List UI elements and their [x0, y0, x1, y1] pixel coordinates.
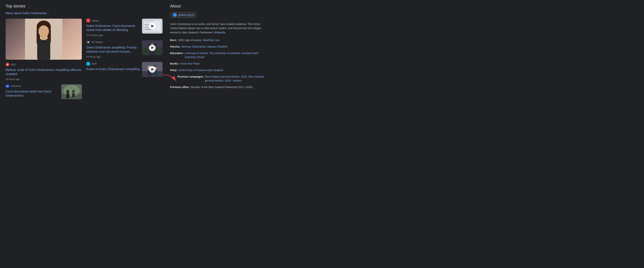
source-name-newshub: Newshub	[11, 85, 21, 88]
nzherald-story-time: 23 hours ago	[86, 55, 140, 58]
website-chip[interactable]: 🌐 greens.org.nz	[170, 11, 197, 18]
source-name-rnz: RNZ	[11, 63, 16, 66]
oxford-link[interactable]: University of Oxford	[184, 52, 208, 55]
feature-story: R RNZ Method, scale of Golriz Ghahraman'…	[6, 19, 82, 81]
stuff-thumbnail	[142, 62, 162, 77]
campaigns-label: Previous campaigns:	[178, 75, 204, 79]
nzherald-play-button[interactable]	[149, 44, 156, 51]
play-triangle-icon-2	[151, 46, 154, 49]
onenews-story-title[interactable]: Golriz Ghahraman: Court documents reveal…	[86, 24, 140, 32]
onenews-play-button[interactable]	[149, 23, 156, 29]
party-label: Party:	[170, 68, 178, 72]
top-stories-title: Top stories	[6, 4, 26, 8]
feature-story-info: R RNZ Method, scale of Golriz Ghahraman'…	[6, 62, 82, 81]
svg-rect-6	[37, 39, 50, 60]
news-about-label: News about Golriz Ghahraman	[6, 11, 47, 15]
office-label: Previous office:	[170, 85, 190, 89]
source-badge-newshub: hub Newshub	[6, 84, 59, 88]
wikipedia-link[interactable]: Wikipedia	[214, 31, 225, 34]
party-link[interactable]: Green Party of Aotearoa New Zealand	[178, 69, 223, 72]
info-row-education: Education: University of Oxford, The Uni…	[170, 51, 267, 59]
svg-rect-7	[42, 36, 46, 40]
newshub-thumb-svg	[61, 84, 82, 99]
left-panel: Top stories ⋮ News about Golriz Ghahrama…	[6, 4, 162, 99]
stuff-story-title[interactable]: Extent of Golriz Ghahraman's shoplifting	[86, 67, 140, 71]
source-name-stuff: Stuff	[92, 62, 96, 65]
mashhad-link[interactable]: Mashhad, Iran	[203, 39, 220, 42]
nzherald-logo: 📰	[86, 40, 90, 44]
born-value: 1981 (age 43 years), Mashhad, Iran	[178, 38, 267, 42]
play-triangle-icon-3	[151, 68, 154, 71]
info-row-books: Books: Know Your Place	[170, 62, 267, 66]
chevron-right-icon: ›	[48, 12, 49, 15]
source-badge-stuff: S Stuff	[86, 62, 140, 66]
education-value: University of Oxford, The University of …	[184, 51, 267, 59]
svg-point-8	[42, 41, 45, 42]
party-value: Green Party of Aotearoa New Zealand	[178, 68, 267, 72]
office-value: Member of the New Zealand Parliament (20…	[191, 85, 267, 89]
source-badge-nzherald: 📰 NZ Herald	[86, 40, 140, 44]
person-svg	[25, 19, 62, 60]
info-row-office: Previous office: Member of the New Zeala…	[170, 85, 267, 89]
top-stories-header: Top stories ⋮	[6, 4, 162, 8]
news-about-link[interactable]: News about Golriz Ghahraman ›	[6, 11, 162, 15]
newshub-logo: hub	[6, 84, 9, 88]
svg-point-11	[63, 85, 80, 96]
onenews-story-content: 1 1News Golriz Ghahraman: Court document…	[86, 19, 140, 36]
info-row-born: Born: 1981 (age 43 years), Mashhad, Iran	[170, 38, 267, 42]
info-row-parents: Parents: Behrooz Ghahraman, Maryam Ghafo…	[170, 45, 267, 49]
right-column: 1 1News Golriz Ghahraman: Court document…	[86, 19, 162, 99]
source-badge-onenews: 1 1News	[86, 19, 140, 22]
page-container: Top stories ⋮ News about Golriz Ghahrama…	[6, 4, 267, 99]
news-grid: R RNZ Method, scale of Golriz Ghahraman'…	[6, 19, 162, 99]
source-badge-rnz: R RNZ	[6, 63, 82, 66]
info-row-party: Party: Green Party of Aotearoa New Zeala…	[170, 68, 267, 72]
campaign1-link[interactable]: New Zealand general election, 2023	[205, 75, 247, 78]
right-panel: About 🌐 greens.org.nz Golriz Ghahraman i…	[170, 4, 267, 99]
maryam-link[interactable]: Maryam Ghafoori	[208, 45, 228, 48]
info-row-campaigns: Previous campaigns: New Zealand general …	[178, 75, 267, 83]
play-triangle-icon	[151, 25, 154, 27]
rnz-logo: R	[6, 63, 9, 66]
svg-rect-15	[72, 93, 75, 97]
feature-image	[6, 19, 82, 60]
onenews-logo: 1	[86, 19, 90, 22]
behrooz-link[interactable]: Behrooz Ghahraman	[182, 45, 206, 48]
auckland-link[interactable]: The University of Auckland	[209, 52, 240, 55]
nzherald-story-content: 📰 NZ Herald Golriz Ghahraman shoplifting…	[86, 40, 140, 58]
books-label: Books:	[170, 62, 179, 66]
onenews-thumbnail: Acne Studios Single Coat $1,900.00	[142, 19, 162, 34]
campaigns-value: New Zealand general election, 2023, New …	[205, 75, 267, 83]
stuff-logo: S	[86, 62, 90, 66]
onenews-story-time: 10 minutes ago	[86, 34, 140, 36]
left-column: R RNZ Method, scale of Golriz Ghahraman'…	[6, 19, 82, 99]
nzherald-story: 📰 NZ Herald Golriz Ghahraman shoplifting…	[86, 40, 162, 58]
newshub-story-title[interactable]: Court documents detail how Golriz Ghahra…	[6, 90, 59, 98]
source-name-onenews: 1News	[92, 19, 99, 22]
books-value: Know Your Place	[180, 62, 267, 66]
nzherald-story-title[interactable]: Golriz Ghahraman shoplifting: Freshly-re…	[86, 45, 140, 54]
feature-story-title[interactable]: Method, scale of Golriz Ghahraman's shop…	[6, 68, 82, 76]
svg-point-5	[38, 25, 49, 37]
book-link[interactable]: Know Your Place	[180, 62, 200, 65]
about-description: Golriz Ghahraman is an author and former…	[170, 22, 267, 34]
education-label: Education:	[170, 51, 184, 55]
website-label: greens.org.nz	[178, 13, 194, 16]
newshub-story-content: hub Newshub Court documents detail how G…	[6, 84, 59, 99]
parents-value: Behrooz Ghahraman, Maryam Ghafoori	[182, 45, 267, 49]
stuff-story: S Stuff Extent of Golriz Ghahraman's sho…	[86, 62, 162, 77]
about-title: About	[170, 4, 267, 8]
feature-story-time: 19 hours ago	[6, 78, 82, 81]
more-options-icon[interactable]: ⋮	[28, 4, 32, 8]
source-name-nzherald: NZ Herald	[92, 41, 102, 43]
newshub-story: hub Newshub Court documents detail how G…	[6, 84, 82, 99]
born-label: Born:	[170, 38, 177, 42]
globe-icon: 🌐	[173, 13, 177, 17]
svg-point-14	[72, 90, 75, 93]
onenews-story: 1 1News Golriz Ghahraman: Court document…	[86, 19, 162, 36]
svg-rect-13	[66, 94, 69, 98]
svg-point-12	[66, 90, 69, 94]
stuff-play-button[interactable]	[149, 66, 156, 73]
feature-image-bg	[6, 19, 82, 60]
stuff-story-content: S Stuff Extent of Golriz Ghahraman's sho…	[86, 62, 140, 73]
